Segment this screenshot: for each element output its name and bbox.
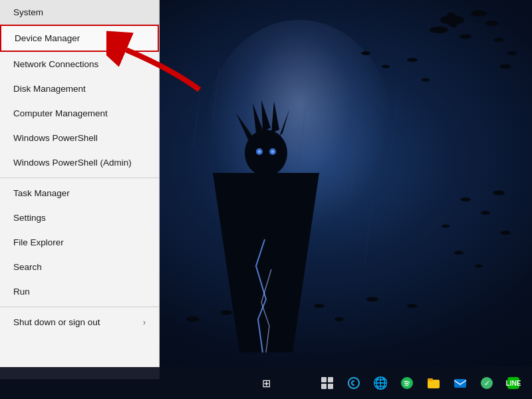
svg-point-1 <box>444 11 460 29</box>
menu-item-system[interactable]: System <box>0 0 159 25</box>
svg-point-29 <box>258 150 261 153</box>
svg-rect-47 <box>321 384 327 389</box>
svg-point-3 <box>471 10 487 17</box>
menu-divider <box>0 307 159 307</box>
svg-point-9 <box>407 58 418 62</box>
svg-point-16 <box>442 225 450 228</box>
menu-item-run[interactable]: Run <box>0 279 159 304</box>
svg-marker-26 <box>279 110 289 136</box>
svg-point-17 <box>500 231 511 235</box>
menu-item-windows-powershell[interactable]: Windows PowerShell <box>0 126 159 150</box>
menu-item-search[interactable]: Search <box>0 255 159 279</box>
svg-point-13 <box>460 198 471 201</box>
svg-point-39 <box>220 311 232 315</box>
menu-item-computer-management[interactable]: Computer Management <box>0 101 159 126</box>
spotify-taskbar-icon[interactable] <box>395 371 419 395</box>
menu-item-shut-down[interactable]: Shut down or sign out› <box>0 310 159 334</box>
svg-point-41 <box>334 317 344 321</box>
svg-marker-24 <box>271 101 279 133</box>
svg-marker-23 <box>261 100 271 132</box>
svg-point-4 <box>485 21 499 26</box>
svg-point-43 <box>407 304 418 308</box>
menu-item-device-manager[interactable]: Device Manager <box>0 25 159 52</box>
svg-line-31 <box>193 100 200 146</box>
svg-marker-25 <box>236 113 253 140</box>
svg-rect-52 <box>454 379 466 388</box>
menu-divider <box>0 178 159 178</box>
svg-point-30 <box>271 150 274 153</box>
svg-point-14 <box>481 211 490 215</box>
svg-point-10 <box>422 78 430 82</box>
taskbar-center-icons: ⊞ <box>254 367 278 399</box>
menu-item-network-connections[interactable]: Network Connections <box>0 52 159 76</box>
svg-text:✓: ✓ <box>484 379 490 387</box>
file-explorer-tb-taskbar-icon[interactable] <box>422 371 446 395</box>
svg-point-2 <box>430 27 448 33</box>
svg-marker-22 <box>253 103 263 133</box>
svg-point-8 <box>382 65 390 68</box>
svg-line-32 <box>213 66 219 120</box>
svg-line-36 <box>391 93 399 153</box>
edge-taskbar-icon[interactable] <box>342 371 366 395</box>
svg-point-15 <box>493 191 505 196</box>
taskview-icon[interactable]: ⊞ <box>254 371 278 395</box>
svg-point-11 <box>507 51 517 55</box>
menu-item-label-shut-down: Shut down or sign out <box>13 317 100 327</box>
svg-line-34 <box>351 133 359 193</box>
svg-line-37 <box>364 200 372 266</box>
firefox-taskbar-icon[interactable]: 🌐 <box>368 371 392 395</box>
mail-taskbar-icon[interactable] <box>448 371 472 395</box>
svg-point-19 <box>475 265 483 268</box>
menu-item-windows-powershell-admin[interactable]: Windows PowerShell (Admin) <box>0 150 159 175</box>
menu-item-task-manager[interactable]: Task Manager <box>0 181 159 205</box>
taskbar: ⊞ 🌐✓LINE <box>0 367 532 399</box>
svg-line-35 <box>298 106 306 166</box>
svg-point-6 <box>460 35 471 39</box>
svg-point-38 <box>186 317 200 322</box>
svg-marker-20 <box>213 173 319 352</box>
context-menu: SystemDevice ManagerNetwork ConnectionsD… <box>0 0 160 379</box>
svg-point-12 <box>499 65 511 69</box>
svg-rect-51 <box>428 378 433 381</box>
green-app-taskbar-icon[interactable]: ✓ <box>475 371 499 395</box>
svg-point-7 <box>361 51 370 55</box>
svg-point-42 <box>366 297 378 302</box>
svg-rect-46 <box>328 377 333 382</box>
task-view-taskbar-icon[interactable] <box>315 371 339 395</box>
svg-text:LINE: LINE <box>506 380 521 387</box>
svg-rect-45 <box>321 377 327 382</box>
submenu-arrow-shut-down: › <box>143 318 146 327</box>
svg-line-33 <box>325 80 332 133</box>
menu-item-file-explorer[interactable]: File Explorer <box>0 230 159 255</box>
svg-point-5 <box>493 38 504 42</box>
svg-point-18 <box>454 251 464 255</box>
menu-item-settings[interactable]: Settings <box>0 205 159 230</box>
menu-item-disk-management[interactable]: Disk Management <box>0 76 159 101</box>
svg-point-40 <box>314 304 325 308</box>
line-taskbar-icon[interactable]: LINE <box>501 371 525 395</box>
svg-rect-48 <box>328 384 333 389</box>
